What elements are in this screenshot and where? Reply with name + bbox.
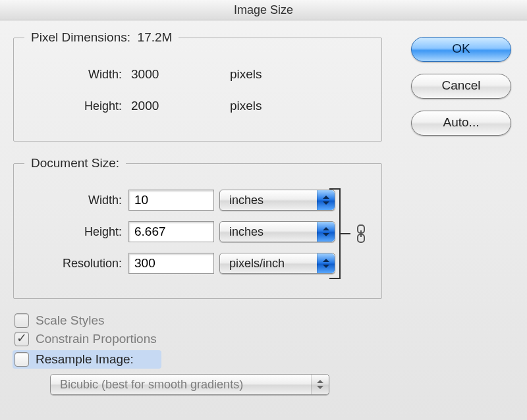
doc-height-input[interactable] [128,221,214,242]
resample-image-row[interactable]: Resample Image: [13,350,161,369]
pixel-height-unit: pixels [210,99,316,113]
pixel-dimensions-legend: Pixel Dimensions: 17.2M [24,30,179,45]
resample-image-checkbox[interactable] [14,352,29,367]
pixel-height-value: 2000 [128,99,210,113]
resample-image-label: Resample Image: [36,352,134,367]
resample-method-popup: Bicubic (best for smooth gradients) [50,374,329,395]
scale-styles-checkbox [14,313,29,328]
constrain-proportions-checkbox [14,332,29,346]
doc-height-label: Height: [24,225,128,239]
pixel-dimensions-size: 17.2M [138,30,173,44]
pixel-width-row: Width: 3000 pixels [24,63,371,86]
doc-width-label: Width: [24,194,128,207]
pixel-dimensions-group: Pixel Dimensions: 17.2M Width: 3000 pixe… [13,30,382,142]
doc-resolution-unit-popup[interactable]: pixels/inch [219,253,335,274]
doc-resolution-row: Resolution: pixels/inch [24,252,371,275]
pixel-width-value: 3000 [128,67,210,82]
stepper-icon [317,222,335,242]
doc-height-row: Height: inches [24,221,371,243]
auto-button[interactable]: Auto... [411,111,511,136]
window-title: Image Size [0,0,527,20]
scale-styles-row: Scale Styles [14,313,382,328]
document-size-group: Document Size: Width: inches Height: [13,156,382,299]
cancel-button[interactable]: Cancel [411,74,511,99]
doc-width-unit-popup[interactable]: inches [219,190,335,211]
stepper-icon [317,253,335,273]
stepper-icon [311,375,329,394]
stepper-icon [317,190,335,210]
pixel-width-label: Width: [24,68,128,82]
pixel-width-unit: pixels [210,67,316,82]
doc-width-input[interactable] [128,190,214,211]
dialog-body: Pixel Dimensions: 17.2M Width: 3000 pixe… [13,30,382,395]
constrain-proportions-row: Constrain Proportions [14,332,382,346]
doc-width-row: Width: inches [24,189,371,211]
doc-resolution-label: Resolution: [24,257,128,271]
pixel-height-row: Height: 2000 pixels [24,95,371,117]
doc-resolution-input[interactable] [128,253,214,274]
dialog-buttons: OK Cancel Auto... [408,37,514,147]
constrain-proportions-label: Constrain Proportions [36,332,157,346]
doc-height-unit-popup[interactable]: inches [219,221,335,242]
ok-button[interactable]: OK [411,37,511,62]
scale-styles-label: Scale Styles [36,313,105,328]
image-size-dialog: Image Size Pixel Dimensions: 17.2M Width… [0,0,527,420]
chain-link-icon [354,224,368,243]
pixel-height-label: Height: [24,99,128,113]
document-size-legend: Document Size: [24,156,126,171]
